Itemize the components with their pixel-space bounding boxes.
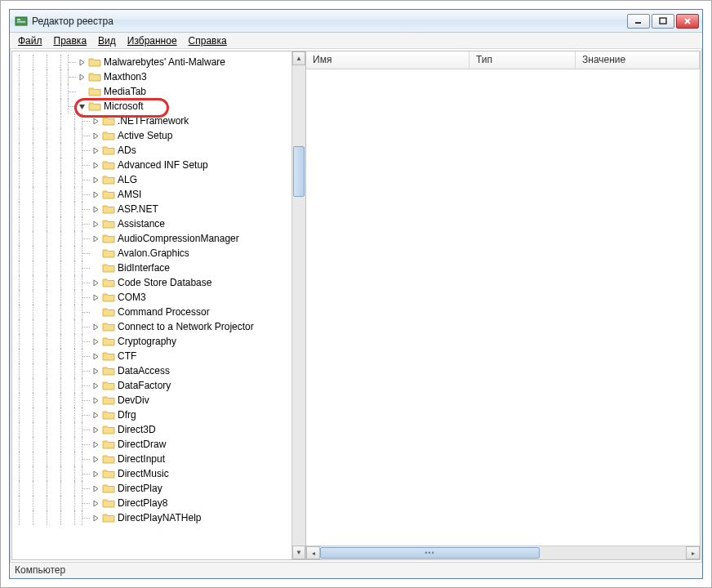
expand-icon[interactable] <box>91 131 100 140</box>
tree-item-label: Cryptography <box>118 336 176 347</box>
tree-item-audiocompressionmanager[interactable]: AudioCompressionManager <box>12 231 291 246</box>
expand-icon[interactable] <box>91 411 100 420</box>
tree-item-active-setup[interactable]: Active Setup <box>12 128 291 143</box>
expand-icon[interactable] <box>91 146 100 155</box>
tree-item-dfrg[interactable]: Dfrg <box>12 408 291 422</box>
col-name[interactable]: Имя <box>306 51 469 69</box>
scroll-down-icon[interactable]: ▼ <box>292 546 305 559</box>
list-header: Имя Тип Значение <box>306 51 700 69</box>
scroll-up-icon[interactable]: ▲ <box>292 51 305 65</box>
col-type[interactable]: Тип <box>469 51 576 69</box>
tree-item-directplaynathelp[interactable]: DirectPlayNATHelp <box>12 510 291 525</box>
folder-icon <box>102 453 115 465</box>
scroll-right-icon[interactable]: ▸ <box>686 546 700 559</box>
registry-tree[interactable]: Malwarebytes' Anti-MalwareMaxthon3MediaT… <box>12 51 291 559</box>
tree-item-label: DirectDraw <box>118 439 166 450</box>
tree-item-amsi[interactable]: AMSI <box>12 187 291 202</box>
tree-item-microsoft[interactable]: Microsoft <box>12 99 291 114</box>
scroll-left-icon[interactable]: ◂ <box>306 546 320 559</box>
tree-item-assistance[interactable]: Assistance <box>12 216 291 231</box>
tree-item-ctf[interactable]: CTF <box>12 349 291 363</box>
tree-item-devdiv[interactable]: DevDiv <box>12 393 291 408</box>
col-value[interactable]: Значение <box>576 51 700 69</box>
expand-icon[interactable] <box>91 234 100 243</box>
expand-icon[interactable] <box>91 161 100 170</box>
expand-icon[interactable] <box>91 499 100 508</box>
menu-help[interactable]: Справка <box>184 34 232 47</box>
menubar: Файл Правка Вид Избранное Справка <box>10 33 702 49</box>
tree-item-alg[interactable]: ALG <box>12 172 291 187</box>
expand-icon[interactable] <box>91 220 100 229</box>
close-button[interactable] <box>676 14 699 29</box>
menu-edit[interactable]: Правка <box>49 34 92 47</box>
tree-item-command-processor[interactable]: Command Processor <box>12 305 291 319</box>
expand-icon[interactable] <box>91 484 100 493</box>
tree-item-connect-to-a-network-projector[interactable]: Connect to a Network Projector <box>12 319 291 334</box>
tree-item-mediatab[interactable]: MediaTab <box>12 84 291 99</box>
expand-icon[interactable] <box>91 381 100 390</box>
expand-icon[interactable] <box>91 352 100 361</box>
expand-icon[interactable] <box>91 440 100 449</box>
tree-item-label: BidInterface <box>118 262 170 274</box>
tree-item-datafactory[interactable]: DataFactory <box>12 378 291 393</box>
expand-icon[interactable] <box>91 337 100 346</box>
tree-item-dataaccess[interactable]: DataAccess <box>12 363 291 378</box>
tree-item-com3[interactable]: COM3 <box>12 290 291 305</box>
hscroll-thumb[interactable]: ••• <box>320 547 540 559</box>
tree-item--netframework[interactable]: .NETFramework <box>12 114 291 128</box>
tree-item-avalon-graphics[interactable]: Avalon.Graphics <box>12 246 291 261</box>
tree-item-directmusic[interactable]: DirectMusic <box>12 466 291 481</box>
titlebar[interactable]: Редактор реестра <box>10 10 702 33</box>
expand-icon[interactable] <box>91 176 100 185</box>
tree-item-advanced-inf-setup[interactable]: Advanced INF Setup <box>12 158 291 172</box>
tree-item-cryptography[interactable]: Cryptography <box>12 334 291 349</box>
folder-icon <box>102 203 115 215</box>
tree-item-code-store-database[interactable]: Code Store Database <box>12 275 291 290</box>
folder-icon <box>88 71 101 82</box>
tree-item-directplay8[interactable]: DirectPlay8 <box>12 496 291 510</box>
expand-icon[interactable] <box>91 205 100 214</box>
expand-icon[interactable] <box>91 249 100 258</box>
tree-item-label: AMSI <box>118 189 141 200</box>
tree-vscrollbar[interactable]: ▲ ▼ <box>291 51 305 559</box>
tree-item-label: DataFactory <box>118 380 171 391</box>
folder-icon <box>102 292 115 303</box>
tree-item-label: DirectPlayNATHelp <box>118 512 201 523</box>
expand-icon[interactable] <box>78 102 87 111</box>
expand-icon[interactable] <box>91 323 100 332</box>
minimize-button[interactable] <box>627 14 650 29</box>
expand-icon[interactable] <box>91 190 100 199</box>
expand-icon[interactable] <box>91 455 100 464</box>
list-hscrollbar[interactable]: ◂ ••• ▸ <box>306 546 700 559</box>
maximize-button[interactable] <box>652 14 674 29</box>
tree-item-malwarebytes-anti-malware[interactable]: Malwarebytes' Anti-Malware <box>12 55 291 69</box>
tree-item-maxthon3[interactable]: Maxthon3 <box>12 69 291 84</box>
tree-item-directplay[interactable]: DirectPlay <box>12 481 291 496</box>
expand-icon[interactable] <box>91 293 100 302</box>
tree-item-direct3d[interactable]: Direct3D <box>12 422 291 437</box>
tree-item-asp-net[interactable]: ASP.NET <box>12 202 291 216</box>
tree-item-directinput[interactable]: DirectInput <box>12 452 291 466</box>
expand-icon[interactable] <box>91 264 100 273</box>
expand-icon[interactable] <box>91 396 100 405</box>
tree-item-bidinterface[interactable]: BidInterface <box>12 261 291 275</box>
menu-view[interactable]: Вид <box>93 34 121 47</box>
expand-icon[interactable] <box>78 73 87 82</box>
expand-icon[interactable] <box>91 425 100 434</box>
expand-icon[interactable] <box>91 470 100 479</box>
expand-icon[interactable] <box>78 87 87 96</box>
expand-icon[interactable] <box>78 58 87 67</box>
expand-icon[interactable] <box>91 367 100 376</box>
expand-icon[interactable] <box>91 117 100 126</box>
tree-item-directdraw[interactable]: DirectDraw <box>12 437 291 452</box>
svg-rect-1 <box>17 19 20 20</box>
tree-item-ads[interactable]: ADs <box>12 143 291 158</box>
expand-icon[interactable] <box>91 278 100 287</box>
scroll-thumb[interactable] <box>293 146 305 197</box>
menu-favorites[interactable]: Избранное <box>122 34 182 47</box>
menu-file[interactable]: Файл <box>13 34 47 47</box>
expand-icon[interactable] <box>91 514 100 523</box>
list-body[interactable] <box>306 69 700 546</box>
expand-icon[interactable] <box>91 308 100 317</box>
registry-editor-window: Редактор реестра Файл Правка Вид Избранн… <box>9 9 703 579</box>
